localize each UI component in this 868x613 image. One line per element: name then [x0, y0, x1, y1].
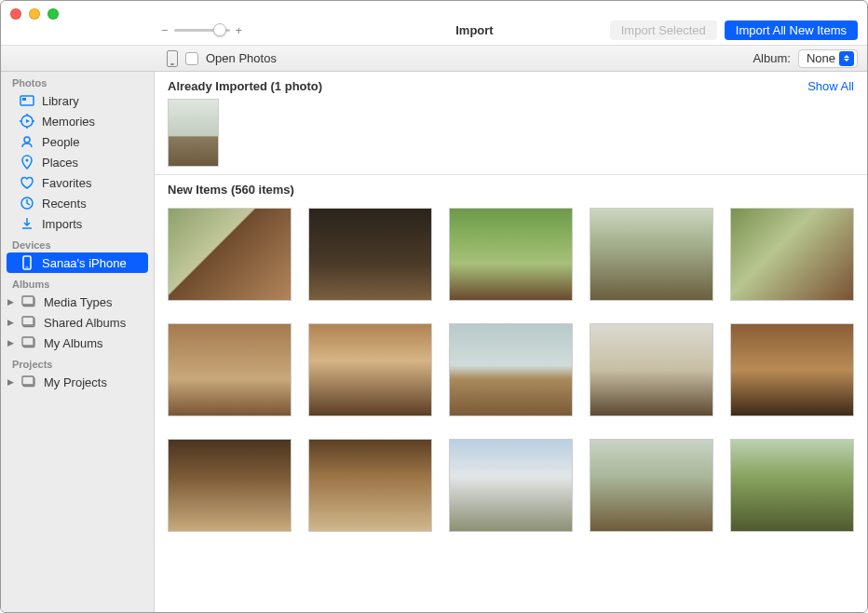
sidebar-item-label: Sanaa's iPhone — [42, 256, 127, 270]
places-icon — [20, 155, 34, 170]
sidebar-section-projects: Projects — [1, 353, 154, 372]
photo-thumbnail[interactable] — [730, 208, 854, 301]
device-icon — [167, 50, 178, 67]
sidebar-item-label: My Albums — [44, 336, 103, 350]
new-items-header: New Items (560 items) — [168, 183, 294, 197]
sidebar-item-memories[interactable]: Memories — [1, 111, 154, 131]
photo-thumbnail[interactable] — [168, 439, 292, 532]
album-label: Album: — [753, 51, 790, 65]
album-select[interactable]: None — [798, 49, 858, 68]
sidebar-item-imports[interactable]: Imports — [1, 213, 154, 234]
open-photos-label: Open Photos — [206, 51, 277, 65]
sidebar-item-media-types[interactable]: ▶ Media Types — [1, 292, 154, 312]
zoom-out-icon: − — [161, 23, 169, 37]
chevron-right-icon[interactable]: ▶ — [7, 318, 14, 327]
folder-icon — [21, 375, 36, 389]
sidebar-item-my-projects[interactable]: ▶ My Projects — [1, 372, 154, 392]
photo-thumbnail[interactable] — [168, 208, 292, 301]
chevron-right-icon[interactable]: ▶ — [7, 297, 14, 306]
photo-thumbnail[interactable] — [449, 323, 573, 416]
chevron-updown-icon — [839, 51, 854, 66]
heart-icon — [20, 175, 34, 190]
photo-thumbnail[interactable] — [308, 439, 432, 532]
svg-rect-10 — [22, 296, 34, 305]
photo-thumbnail[interactable] — [449, 208, 573, 301]
svg-rect-1 — [22, 98, 26, 101]
sidebar-item-device-iphone[interactable]: Sanaa's iPhone — [7, 252, 148, 273]
chevron-right-icon[interactable]: ▶ — [7, 338, 14, 347]
folder-icon — [21, 315, 36, 330]
sidebar-item-shared-albums[interactable]: ▶ Shared Albums — [1, 312, 154, 333]
photo-thumbnail[interactable] — [590, 323, 713, 416]
sidebar-item-people[interactable]: People — [1, 131, 154, 152]
photo-thumbnail[interactable] — [590, 439, 713, 532]
sidebar-item-label: People — [42, 135, 79, 149]
window-title: Import — [346, 23, 603, 37]
toolbar: − + Import Import Selected Import All Ne… — [1, 16, 867, 46]
open-photos-checkbox[interactable] — [185, 52, 198, 65]
memories-icon — [20, 114, 34, 129]
photo-thumbnail[interactable] — [308, 208, 432, 301]
photo-thumbnail[interactable] — [730, 439, 854, 532]
folder-icon — [21, 294, 36, 309]
download-icon — [20, 216, 34, 231]
sidebar-item-label: My Projects — [44, 375, 107, 389]
sidebar-item-label: Places — [42, 156, 78, 170]
sidebar-item-my-albums[interactable]: ▶ My Albums — [1, 333, 154, 353]
already-imported-header: Already Imported (1 photo) — [168, 79, 322, 93]
sidebar-section-photos: Photos — [1, 72, 154, 90]
library-icon — [20, 93, 34, 108]
svg-rect-16 — [22, 376, 34, 385]
sidebar-item-label: Shared Albums — [44, 316, 126, 330]
sidebar-item-label: Memories — [42, 115, 95, 129]
clock-icon — [20, 196, 34, 211]
photo-thumbnail[interactable] — [449, 439, 573, 532]
photo-thumbnail[interactable] — [730, 323, 854, 416]
svg-rect-8 — [26, 267, 29, 268]
sidebar: Photos Library Memories People — [1, 72, 155, 612]
photo-thumbnail[interactable] — [590, 208, 713, 301]
sidebar-item-library[interactable]: Library — [1, 90, 154, 111]
import-all-button[interactable]: Import All New Items — [725, 20, 858, 40]
sidebar-item-favorites[interactable]: Favorites — [1, 172, 154, 193]
sidebar-item-label: Imports — [42, 217, 82, 231]
svg-point-5 — [26, 159, 29, 162]
zoom-in-icon: + — [236, 23, 243, 37]
slider-knob[interactable] — [213, 23, 226, 36]
chevron-right-icon[interactable]: ▶ — [7, 377, 14, 387]
titlebar — [1, 1, 867, 16]
svg-point-4 — [24, 137, 30, 143]
folder-icon — [21, 335, 36, 350]
sidebar-section-devices: Devices — [1, 234, 154, 252]
photo-thumbnail[interactable] — [168, 99, 219, 167]
sidebar-item-places[interactable]: Places — [1, 152, 154, 172]
svg-marker-3 — [26, 119, 30, 123]
import-content: Already Imported (1 photo) Show All New … — [155, 72, 867, 612]
phone-icon — [20, 255, 34, 270]
album-select-value: None — [807, 51, 835, 65]
photo-thumbnail[interactable] — [168, 323, 292, 416]
sidebar-item-label: Recents — [42, 197, 87, 211]
svg-rect-14 — [22, 337, 34, 346]
sidebar-item-label: Favorites — [42, 176, 91, 190]
people-icon — [20, 134, 34, 149]
sidebar-section-albums: Albums — [1, 273, 154, 292]
show-all-link[interactable]: Show All — [807, 79, 854, 93]
sidebar-item-label: Media Types — [44, 295, 112, 309]
thumbnail-size-slider[interactable]: − + — [161, 23, 242, 37]
sidebar-item-label: Library — [42, 94, 79, 108]
photo-thumbnail[interactable] — [308, 323, 432, 416]
slider-track[interactable] — [174, 29, 230, 32]
sidebar-item-recents[interactable]: Recents — [1, 193, 154, 213]
new-items-grid — [155, 202, 867, 531]
svg-rect-12 — [22, 317, 34, 325]
import-options-bar: Open Photos Album: None — [1, 46, 867, 72]
import-selected-button[interactable]: Import Selected — [610, 20, 717, 40]
